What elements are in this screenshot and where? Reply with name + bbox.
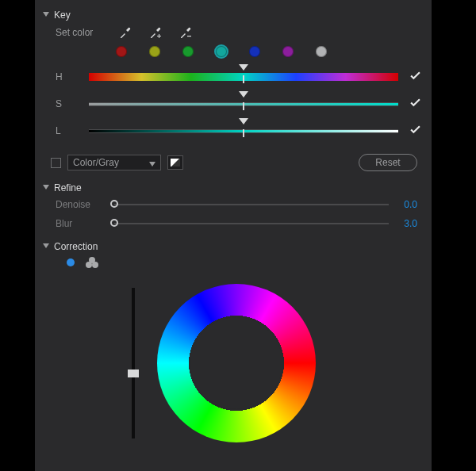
swatch-cyan[interactable] <box>216 46 227 57</box>
saturation-label: S <box>56 98 81 109</box>
color-wheel[interactable] <box>157 284 316 442</box>
eyedropper-add-icon[interactable] <box>148 25 163 40</box>
lightness-label: L <box>56 125 81 136</box>
eyedropper-subtract-icon[interactable] <box>178 25 194 40</box>
saturation-check-icon[interactable] <box>406 98 424 110</box>
swatch-green[interactable] <box>182 46 194 57</box>
color-gray-checkbox[interactable] <box>51 158 61 168</box>
color-wheel-area <box>43 276 424 458</box>
eyedropper-tools <box>117 25 194 40</box>
lightness-thumb[interactable] <box>239 118 248 124</box>
disclosure-caret-correction[interactable] <box>43 243 51 250</box>
color-preview-icon <box>171 159 180 167</box>
section-key-title: Key <box>54 10 71 21</box>
color-key-panel: Key Set color H <box>35 0 432 471</box>
svg-marker-2 <box>149 162 155 167</box>
color-preview-button[interactable] <box>167 155 183 170</box>
denoise-label: Denoise <box>56 199 108 210</box>
correction-triple-icon[interactable] <box>86 257 98 268</box>
section-key-header[interactable]: Key <box>43 8 424 22</box>
reset-button[interactable]: Reset <box>359 154 417 171</box>
denoise-value[interactable]: 0.0 <box>395 199 417 210</box>
svg-marker-0 <box>43 12 49 17</box>
denoise-thumb[interactable] <box>110 200 118 208</box>
saturation-slider[interactable] <box>89 96 398 112</box>
saturation-thumb[interactable] <box>239 91 248 98</box>
correction-single-icon[interactable] <box>67 258 75 266</box>
reset-button-label: Reset <box>375 157 400 168</box>
swatch-olive[interactable] <box>149 46 160 57</box>
swatch-blue[interactable] <box>249 46 260 57</box>
swatch-red[interactable] <box>116 46 127 57</box>
disclosure-caret-key[interactable] <box>43 12 51 18</box>
hue-check-icon[interactable] <box>406 71 424 83</box>
disclosure-caret-refine[interactable] <box>43 185 51 191</box>
preset-dropdown-label: Color/Gray <box>73 157 119 168</box>
preset-dropdown[interactable]: Color/Gray <box>67 155 161 170</box>
blur-thumb[interactable] <box>110 219 118 227</box>
section-correction-header[interactable]: Correction <box>43 239 424 254</box>
section-correction-title: Correction <box>54 241 98 252</box>
color-swatch-row <box>116 46 424 57</box>
swatch-magenta[interactable] <box>282 46 294 57</box>
svg-rect-1 <box>187 36 191 36</box>
denoise-slider[interactable] <box>114 204 389 205</box>
swatch-gray[interactable] <box>316 46 327 57</box>
lightness-check-icon[interactable] <box>406 124 424 137</box>
section-refine-header[interactable]: Refine <box>43 181 424 195</box>
section-refine-title: Refine <box>54 182 82 193</box>
blur-label: Blur <box>56 218 108 229</box>
svg-marker-3 <box>43 185 49 190</box>
luminance-thumb[interactable] <box>128 370 139 377</box>
hue-thumb[interactable] <box>239 64 248 71</box>
set-color-label: Set color <box>56 27 103 38</box>
hue-slider[interactable] <box>89 69 398 85</box>
eyedropper-icon[interactable] <box>117 25 133 40</box>
blur-slider[interactable] <box>114 223 389 224</box>
lightness-slider[interactable] <box>89 123 398 139</box>
svg-marker-4 <box>43 243 49 248</box>
chevron-down-icon <box>149 159 155 170</box>
blur-value[interactable]: 3.0 <box>395 218 417 229</box>
luminance-slider[interactable] <box>132 288 135 438</box>
hue-label: H <box>56 71 81 82</box>
